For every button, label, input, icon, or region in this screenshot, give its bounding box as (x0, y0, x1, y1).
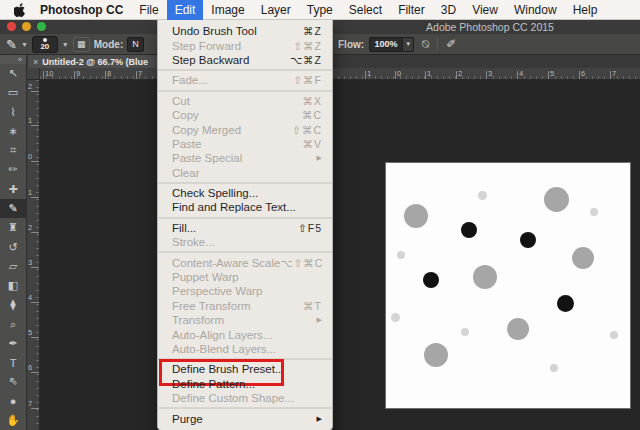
menu-item-label: Perspective Warp (172, 285, 322, 297)
flow-value-field[interactable]: 100% (369, 37, 403, 52)
shape-tool[interactable]: ● (0, 392, 26, 411)
brush-dot (461, 222, 477, 238)
menu-item-find-and-replace-text[interactable]: Find and Replace Text... (158, 200, 332, 214)
ruler-tick (486, 71, 487, 79)
gradient-tool[interactable]: ◧ (0, 276, 26, 295)
hand-tool[interactable]: ✋ (0, 411, 26, 430)
ruler-number: 10 (45, 69, 53, 78)
document-tab-title: Untitled-2 @ 66.7% (Blue (42, 57, 148, 67)
type-tool[interactable]: T (0, 353, 26, 372)
menubar-item-edit[interactable]: Edit (167, 0, 204, 20)
menu-item-label: Free Transform (172, 300, 303, 312)
menu-item-define-custom-shape: Define Custom Shape... (158, 391, 332, 405)
path-select-tool[interactable]: ⇖ (0, 372, 26, 391)
ruler-tick (31, 408, 39, 409)
menu-item-purge[interactable]: Purge▶ (158, 411, 332, 425)
ruler-corner (27, 68, 40, 80)
brush-dot (461, 328, 469, 336)
brush-dot (478, 191, 487, 200)
menu-item-check-spelling[interactable]: Check Spelling... (158, 186, 332, 200)
ruler-number: 6 (28, 363, 32, 372)
ruler-number: 2 (28, 223, 32, 232)
eyedropper-tool[interactable]: ✏ (0, 160, 26, 179)
blend-mode-dropdown[interactable]: N (127, 37, 144, 52)
ruler-tick (579, 71, 580, 79)
menu-item-step-backward[interactable]: Step Backward⌥⌘Z (158, 53, 332, 67)
airbrush-icon[interactable]: ⍉ (419, 37, 432, 51)
menu-separator (158, 217, 332, 219)
menu-item-paste: Paste⌘V (158, 137, 332, 151)
close-window-button[interactable] (7, 22, 16, 31)
menu-item-label: Transform (172, 314, 317, 326)
pen-tool[interactable]: ✒ (0, 334, 26, 353)
ruler-tick (43, 71, 44, 79)
ruler-tick (548, 71, 549, 79)
menubar-item-file[interactable]: File (131, 0, 166, 20)
minimize-window-button[interactable] (22, 22, 31, 31)
zoom-window-button[interactable] (37, 22, 46, 31)
brush-dot (423, 272, 439, 288)
window-title: Adobe Photoshop CC 2015 (420, 21, 560, 33)
ruler-tick (425, 71, 426, 79)
menu-item-label: Define Pattern... (172, 378, 322, 390)
document-tab-bar: × Untitled-2 @ 66.7% (Blue (27, 55, 640, 68)
clone-stamp-tool[interactable]: ♜ (0, 218, 26, 237)
ruler-tick (365, 71, 366, 79)
menu-item-stroke: Stroke... (158, 235, 332, 249)
menu-item-cut: Cut⌘X (158, 94, 332, 108)
pressure-size-icon[interactable]: ✐ (443, 37, 459, 51)
ruler-number: 4 (519, 69, 523, 78)
ruler-number: 1 (427, 69, 431, 78)
edit-menu-dropdown: Undo Brush Tool⌘ZStep Forward⇧⌘ZStep Bac… (157, 20, 333, 430)
canvas-document[interactable] (386, 163, 630, 408)
document-tab[interactable]: × Untitled-2 @ 66.7% (Blue (28, 55, 178, 68)
ruler-tick (31, 91, 39, 92)
history-brush-tool[interactable]: ↺ (0, 237, 26, 256)
menubar-item-type[interactable]: Type (299, 0, 341, 20)
menubar-item-help[interactable]: Help (565, 0, 606, 20)
marquee-tool[interactable]: ▭ (0, 83, 26, 102)
menubar-item-select[interactable]: Select (341, 0, 390, 20)
menubar-item-filter[interactable]: Filter (390, 0, 433, 20)
menu-item-shortcut: ⌘C (302, 109, 322, 121)
menu-item-shortcut: ⌥⌘Z (290, 54, 322, 66)
horizontal-ruler: 10987101234567 (40, 68, 640, 80)
menu-item-label: Puppet Warp (172, 271, 322, 283)
menubar-item-view[interactable]: View (464, 0, 506, 20)
blur-tool[interactable]: ⧫ (0, 295, 26, 314)
healing-brush-tool[interactable]: ✚ (0, 180, 26, 199)
apple-logo-icon[interactable] (10, 3, 30, 17)
move-tool[interactable]: ↖ (0, 64, 26, 83)
lasso-tool[interactable]: ⌇ (0, 103, 26, 122)
menu-item-label: Paste Special (172, 152, 317, 164)
brush-tool[interactable]: ✎ (0, 199, 26, 218)
menubar-item-layer[interactable]: Layer (253, 0, 299, 20)
menubar-item-photoshop-cc[interactable]: Photoshop CC (32, 0, 131, 20)
menu-item-fill[interactable]: Fill...⇧F5 (158, 221, 332, 235)
dodge-tool[interactable]: ⌕ (0, 314, 26, 333)
crop-tool[interactable]: ⌗ (0, 141, 26, 160)
brush-dot (424, 343, 448, 367)
brush-preset-icon[interactable]: ✎ (6, 37, 17, 52)
brush-size-picker[interactable]: 20 (32, 36, 58, 53)
eraser-tool[interactable]: ▱ (0, 257, 26, 276)
menubar-item-window[interactable]: Window (506, 0, 565, 20)
menubar-item-3d[interactable]: 3D (433, 0, 464, 20)
menubar-item-image[interactable]: Image (203, 0, 252, 20)
menu-item-define-pattern[interactable]: Define Pattern... (158, 377, 332, 391)
flow-dropdown-arrow[interactable]: ▼ (403, 37, 414, 52)
menu-item-undo-brush-tool[interactable]: Undo Brush Tool⌘Z (158, 24, 332, 38)
close-tab-icon[interactable]: × (33, 57, 38, 67)
chevron-down-icon[interactable]: ▼ (62, 41, 69, 48)
collapse-panel-button[interactable]: » (0, 55, 26, 64)
magic-wand-tool[interactable]: ∗ (0, 122, 26, 141)
ruler-tick (105, 71, 106, 79)
ruler-number: 8 (107, 69, 111, 78)
ruler-number: 7 (28, 399, 32, 408)
chevron-down-icon[interactable]: ▼ (21, 41, 28, 48)
macos-menu-bar: Photoshop CCFileEditImageLayerTypeSelect… (0, 0, 640, 20)
menu-item-copy-merged: Copy Merged⇧⌘C (158, 122, 332, 136)
menu-item-paste-special: Paste Special▶ (158, 151, 332, 165)
menu-item-define-brush-preset[interactable]: Define Brush Preset... (158, 362, 332, 376)
toggle-brush-panel-button[interactable]: ▦ (73, 37, 90, 52)
